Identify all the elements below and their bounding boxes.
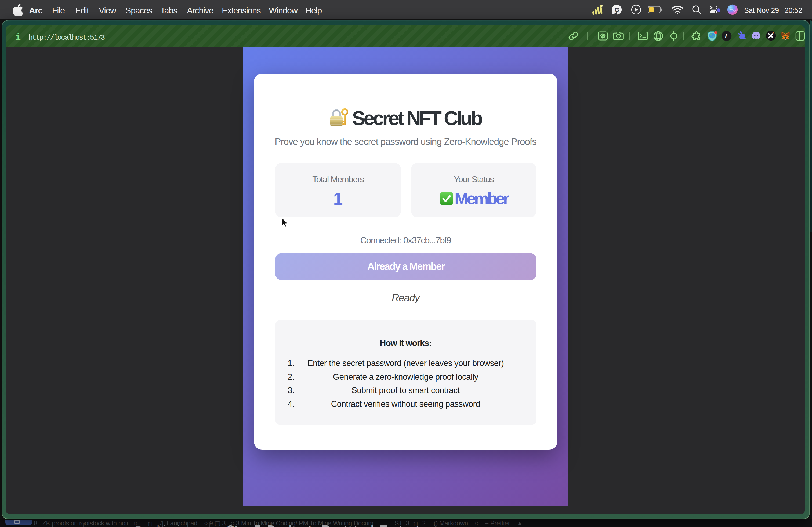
svg-text:G: G <box>615 6 620 13</box>
svg-text:L: L <box>724 32 729 40</box>
